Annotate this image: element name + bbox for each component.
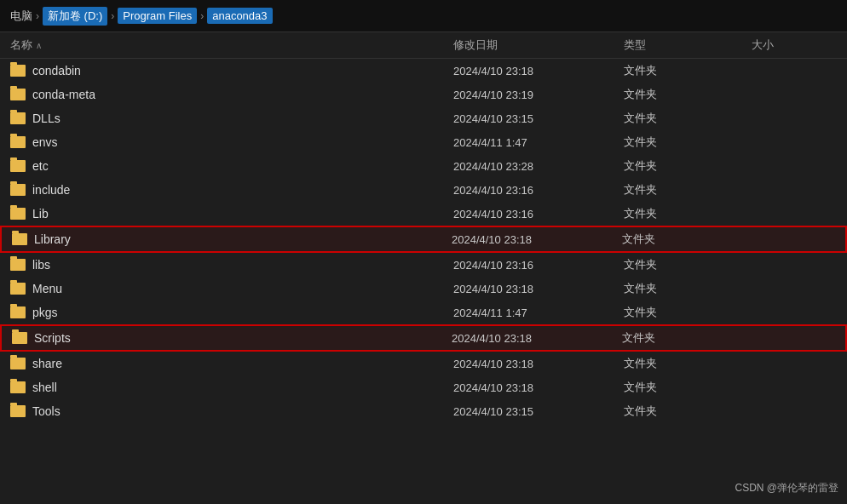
file-type: 文件夹 xyxy=(624,404,752,419)
table-row[interactable]: envs 2024/4/11 1:47 文件夹 xyxy=(0,130,847,154)
folder-icon xyxy=(12,332,27,344)
file-name-cell: Tools xyxy=(10,404,453,418)
file-type: 文件夹 xyxy=(624,87,752,102)
table-row[interactable]: Tools 2024/4/10 23:15 文件夹 xyxy=(0,399,847,423)
file-name: conda-meta xyxy=(32,88,95,101)
file-date: 2024/4/10 23:16 xyxy=(453,259,624,272)
file-name: Tools xyxy=(32,404,60,418)
file-type: 文件夹 xyxy=(624,380,752,395)
file-type: 文件夹 xyxy=(622,330,750,346)
file-date: 2024/4/10 23:18 xyxy=(453,381,624,394)
file-name-cell: libs xyxy=(10,258,453,272)
file-date: 2024/4/10 23:16 xyxy=(453,184,624,197)
file-date: 2024/4/10 23:18 xyxy=(453,358,624,370)
file-name-cell: Scripts xyxy=(12,331,452,345)
column-date[interactable]: 修改日期 xyxy=(453,37,624,53)
file-type: 文件夹 xyxy=(624,257,752,272)
file-name-cell: Lib xyxy=(10,207,453,220)
table-row[interactable]: condabin 2024/4/10 23:18 文件夹 xyxy=(0,59,847,83)
table-row[interactable]: Library 2024/4/10 23:18 文件夹 xyxy=(0,226,847,253)
breadcrumb-sep3: › xyxy=(200,10,204,22)
file-name: Library xyxy=(34,232,71,246)
folder-icon xyxy=(10,160,26,172)
file-explorer: 名称 ∧ 修改日期 类型 大小 condabin 2024/4/10 23:18… xyxy=(0,32,847,504)
file-type: 文件夹 xyxy=(624,356,752,371)
file-name-cell: shell xyxy=(10,381,453,394)
file-name-cell: etc xyxy=(10,159,453,173)
file-date: 2024/4/10 23:28 xyxy=(453,160,624,173)
breadcrumb-anaconda3[interactable]: anaconda3 xyxy=(207,8,272,24)
file-name-cell: DLLs xyxy=(10,112,453,125)
column-name[interactable]: 名称 ∧ xyxy=(10,37,453,53)
file-name-cell: include xyxy=(10,183,453,197)
breadcrumb: 电脑 › 新加卷 (D:) › Program Files › anaconda… xyxy=(10,7,273,26)
table-row[interactable]: DLLs 2024/4/10 23:15 文件夹 xyxy=(0,106,847,130)
breadcrumb-computer[interactable]: 电脑 xyxy=(10,9,32,24)
file-name-cell: conda-meta xyxy=(10,88,453,101)
file-name: Scripts xyxy=(34,331,71,345)
file-date: 2024/4/10 23:16 xyxy=(453,208,624,220)
folder-icon xyxy=(10,259,26,271)
column-headers: 名称 ∧ 修改日期 类型 大小 xyxy=(0,32,847,59)
file-date: 2024/4/11 1:47 xyxy=(453,136,624,149)
folder-icon xyxy=(10,184,26,196)
table-row[interactable]: share 2024/4/10 23:18 文件夹 xyxy=(0,352,847,375)
file-name-cell: Library xyxy=(12,232,452,246)
table-row[interactable]: libs 2024/4/10 23:16 文件夹 xyxy=(0,253,847,277)
file-name: Lib xyxy=(32,207,49,220)
file-name: share xyxy=(32,357,62,370)
folder-icon xyxy=(10,381,26,393)
table-row[interactable]: Scripts 2024/4/10 23:18 文件夹 xyxy=(0,324,847,352)
table-row[interactable]: Menu 2024/4/10 23:18 文件夹 xyxy=(0,277,847,301)
folder-icon xyxy=(10,208,26,220)
breadcrumb-drive[interactable]: 新加卷 (D:) xyxy=(43,7,107,26)
table-row[interactable]: conda-meta 2024/4/10 23:19 文件夹 xyxy=(0,83,847,106)
column-type[interactable]: 类型 xyxy=(624,37,752,53)
file-type: 文件夹 xyxy=(624,182,752,198)
file-name-cell: share xyxy=(10,357,453,370)
folder-icon xyxy=(10,112,26,124)
file-name: condabin xyxy=(32,64,81,77)
breadcrumb-sep1: › xyxy=(36,10,39,22)
file-name: envs xyxy=(32,135,58,149)
table-row[interactable]: Lib 2024/4/10 23:16 文件夹 xyxy=(0,202,847,226)
file-date: 2024/4/10 23:18 xyxy=(452,233,622,246)
title-bar: 电脑 › 新加卷 (D:) › Program Files › anaconda… xyxy=(0,0,847,32)
file-name: include xyxy=(32,183,70,197)
folder-icon xyxy=(10,306,26,318)
breadcrumb-sep2: › xyxy=(111,10,114,22)
folder-icon xyxy=(12,233,27,245)
file-type: 文件夹 xyxy=(624,111,752,126)
file-name-cell: envs xyxy=(10,135,453,149)
file-date: 2024/4/11 1:47 xyxy=(453,306,624,319)
folder-icon xyxy=(10,358,26,369)
table-row[interactable]: include 2024/4/10 23:16 文件夹 xyxy=(0,178,847,202)
file-name: DLLs xyxy=(32,112,60,125)
file-name-cell: condabin xyxy=(10,64,453,77)
file-type: 文件夹 xyxy=(624,158,752,174)
file-type: 文件夹 xyxy=(624,63,752,78)
file-name-cell: pkgs xyxy=(10,306,453,319)
file-date: 2024/4/10 23:15 xyxy=(453,112,624,125)
file-name: shell xyxy=(32,381,57,394)
file-name: libs xyxy=(32,258,50,272)
table-row[interactable]: shell 2024/4/10 23:18 文件夹 xyxy=(0,375,847,399)
folder-icon xyxy=(10,65,26,77)
folder-icon xyxy=(10,283,26,295)
file-name: etc xyxy=(32,159,49,173)
folder-icon xyxy=(10,405,26,417)
table-row[interactable]: etc 2024/4/10 23:28 文件夹 xyxy=(0,154,847,178)
file-type: 文件夹 xyxy=(624,305,752,320)
column-size[interactable]: 大小 xyxy=(752,37,837,53)
file-date: 2024/4/10 23:18 xyxy=(452,332,622,345)
file-name: pkgs xyxy=(32,306,58,319)
file-type: 文件夹 xyxy=(624,135,752,150)
sort-arrow: ∧ xyxy=(36,41,42,50)
file-date: 2024/4/10 23:18 xyxy=(453,283,624,295)
folder-icon xyxy=(10,89,26,100)
table-row[interactable]: pkgs 2024/4/11 1:47 文件夹 xyxy=(0,301,847,324)
file-type: 文件夹 xyxy=(624,281,752,296)
file-date: 2024/4/10 23:18 xyxy=(453,65,624,77)
breadcrumb-programfiles[interactable]: Program Files xyxy=(118,8,197,24)
folder-icon xyxy=(10,136,26,148)
